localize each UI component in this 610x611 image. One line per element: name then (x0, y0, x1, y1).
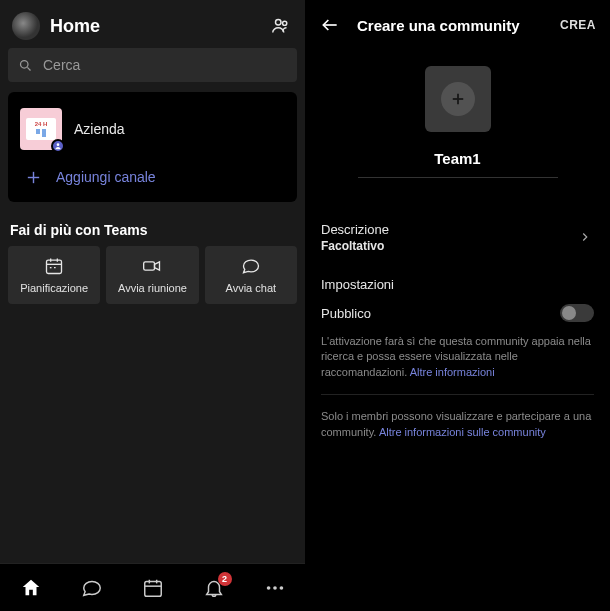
community-info-link[interactable]: Altre informazioni sulle community (379, 426, 546, 438)
add-channel-label: Aggiungi canale (56, 169, 156, 185)
channel-name: Azienda (74, 121, 125, 137)
search-icon (18, 58, 33, 73)
nav-home[interactable] (19, 576, 43, 600)
right-header: Creare una community CREA (305, 0, 610, 46)
more-section-title: Fai di più con Teams (0, 210, 305, 246)
search-bar[interactable] (8, 48, 297, 82)
search-container (0, 48, 305, 92)
svg-line-3 (27, 67, 30, 70)
back-button[interactable] (319, 14, 341, 36)
description-label: Descrizione (321, 222, 389, 237)
right-panel: Creare una community CREA Team1 Descrizi… (305, 0, 610, 611)
svg-point-20 (279, 586, 283, 590)
svg-point-0 (276, 20, 282, 25)
schedule-label: Pianificazione (20, 282, 88, 294)
channel-item[interactable]: 24 H Azienda (8, 100, 297, 158)
community-info-text: Solo i membri possono visualizzare e par… (305, 409, 610, 440)
user-avatar[interactable] (12, 12, 40, 40)
plus-circle-icon (441, 82, 475, 116)
nav-more[interactable] (263, 576, 287, 600)
thumb-text: 24 H (35, 121, 48, 127)
svg-point-4 (57, 143, 60, 146)
meeting-label: Avvia riunione (118, 282, 187, 294)
chat-label: Avvia chat (226, 282, 277, 294)
add-channel-button[interactable]: Aggiungi canale (8, 158, 297, 198)
description-row[interactable]: Descrizione Facoltativo (305, 212, 610, 263)
public-label: Pubblico (321, 306, 371, 321)
create-button[interactable]: CREA (560, 18, 596, 32)
optional-label: Facoltativo (321, 239, 389, 253)
nav-activity[interactable]: 2 (202, 576, 226, 600)
svg-point-19 (273, 586, 277, 590)
avatar-upload-button[interactable] (425, 66, 491, 132)
nav-calendar[interactable] (141, 576, 165, 600)
calendar-icon (44, 256, 64, 276)
svg-rect-13 (144, 262, 155, 270)
arrow-left-icon (320, 15, 340, 35)
more-info-link[interactable]: Altre informazioni (410, 366, 495, 378)
plus-icon (24, 168, 42, 186)
public-toggle[interactable] (560, 304, 594, 322)
svg-point-18 (266, 586, 270, 590)
page-title: Home (50, 16, 259, 37)
svg-point-1 (283, 21, 287, 25)
chat-icon (241, 256, 261, 276)
create-community-title: Creare una community (357, 17, 544, 34)
svg-rect-7 (47, 260, 62, 273)
start-meeting-button[interactable]: Avvia riunione (106, 246, 198, 304)
presence-badge-icon (51, 139, 65, 153)
avatar-upload-section: Team1 (305, 46, 610, 186)
channel-thumbnail: 24 H (20, 108, 62, 150)
public-hint-text: L'attivazione farà sì che questa communi… (305, 332, 610, 394)
nav-chat[interactable] (80, 576, 104, 600)
left-header: Home (0, 0, 305, 48)
channel-card: 24 H Azienda Aggiungi canale (8, 92, 297, 202)
bottom-nav: 2 (0, 563, 305, 611)
actions-row: Pianificazione Avvia riunione Avvia chat (0, 246, 305, 304)
start-chat-button[interactable]: Avvia chat (205, 246, 297, 304)
notification-badge: 2 (218, 572, 232, 586)
schedule-button[interactable]: Pianificazione (8, 246, 100, 304)
public-setting-row: Pubblico (305, 298, 610, 332)
svg-rect-14 (144, 581, 161, 596)
community-name-field[interactable]: Team1 (434, 150, 480, 167)
video-icon (142, 256, 162, 276)
svg-point-2 (21, 60, 29, 68)
name-underline (358, 177, 558, 178)
left-panel: Home 24 H (0, 0, 305, 611)
search-input[interactable] (43, 57, 287, 73)
divider (321, 394, 594, 395)
settings-heading: Impostazioni (305, 263, 610, 298)
chevron-right-icon (578, 230, 594, 246)
people-icon[interactable] (269, 14, 293, 38)
